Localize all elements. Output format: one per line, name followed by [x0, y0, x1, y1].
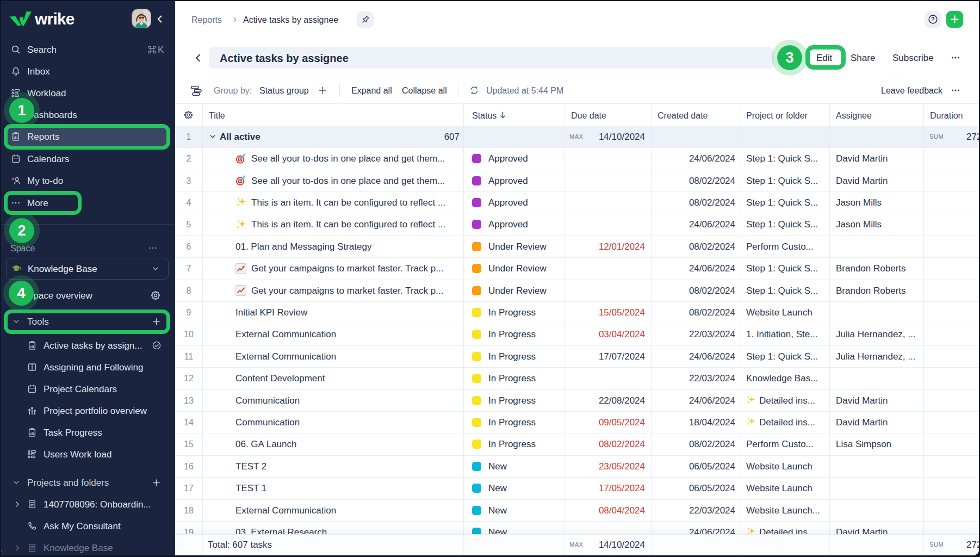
svg-text:?: ? — [931, 16, 935, 22]
